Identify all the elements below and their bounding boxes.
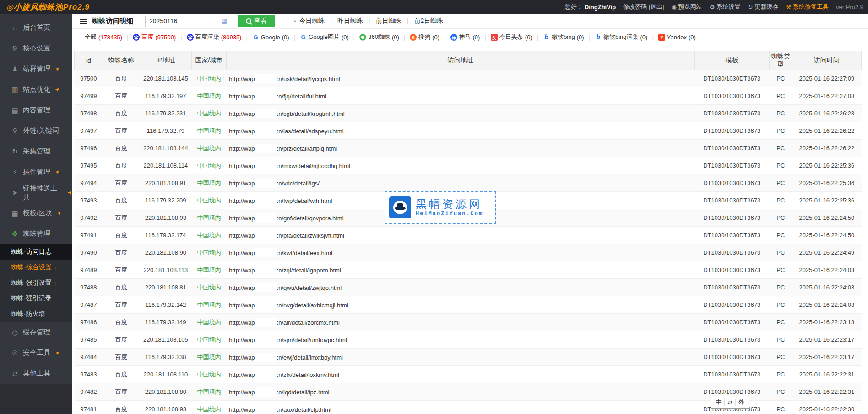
filter-shenma[interactable]: 神神马(0): [450, 33, 480, 41]
filter-all[interactable]: 全部(178435): [85, 33, 122, 41]
url-prefix: http://wap: [229, 93, 255, 100]
change-password-link[interactable]: 修改密码 [退出]: [623, 3, 664, 11]
selection-option-2[interactable]: 外: [736, 398, 747, 406]
sidebar-item-plugin[interactable]: ⚡插件管理➤: [0, 162, 72, 182]
cell-template: DT1030/1030DT3673: [694, 244, 769, 261]
url-tail: :n/gnf/detail/qovpdra.html: [277, 215, 344, 222]
sidebar-subitem-spider-general-settings[interactable]: 蜘蛛·综合设置↑: [0, 260, 72, 275]
cell-location: 中国境内: [192, 244, 227, 261]
sidebar-item-template-block[interactable]: ▦模板/区块➤: [0, 203, 72, 223]
cell-location: 中国境内: [192, 227, 227, 244]
svg-text:b: b: [596, 34, 600, 41]
view-button[interactable]: 查看: [238, 15, 275, 27]
filter-label: 百度渲染: [195, 33, 219, 41]
quick-link-3[interactable]: 前2日蜘蛛: [414, 17, 443, 24]
selection-option-1[interactable]: 中: [713, 398, 725, 406]
filter-google[interactable]: GGoogle(0): [252, 34, 289, 41]
filter-yandex[interactable]: YYandex(0): [658, 34, 696, 41]
url-prefix: http://wap: [229, 145, 255, 152]
sidebar-item-link-push[interactable]: ➤链接推送工具➤: [0, 182, 72, 203]
filter-google-image[interactable]: GGoogle图片(0): [300, 33, 349, 41]
url-tail: :n/usk/detail/fyccpk.html: [277, 76, 340, 82]
url-prefix: http://wap: [229, 389, 255, 396]
filter-sogou[interactable]: S搜狗(0): [410, 33, 439, 41]
cell-id: 97500: [75, 70, 103, 87]
cell-template: DT1030/1030DT3673: [694, 140, 769, 157]
sidebar-item-security[interactable]: ☉安全工具➤: [0, 343, 72, 363]
cell-location: 中国境内: [192, 105, 227, 122]
filter-baidu-render[interactable]: 百度渲染(80935): [187, 33, 242, 41]
sidebar-item-spider-manage[interactable]: ✤蜘蛛管理: [0, 223, 72, 244]
cell-spider-type: PC: [769, 70, 792, 87]
sogou-icon: S: [410, 34, 417, 41]
yandex-icon: Y: [658, 34, 665, 41]
filter-360-spider[interactable]: 360蜘蛛(0): [359, 33, 399, 41]
filter-toutiao[interactable]: 头今日头条(0): [491, 33, 532, 41]
column-header-6: 蜘蛛类型: [769, 51, 792, 70]
url-tail: :n/aux/detail/cfp.html: [277, 406, 331, 413]
quick-link-1[interactable]: 昨日蜘蛛: [337, 17, 363, 24]
sidebar-subitem-spider-force-records[interactable]: 蜘蛛·强引记录: [0, 291, 72, 306]
url-censor-blur: [255, 335, 277, 344]
sidebar-item-content[interactable]: ▤内容管理: [0, 100, 72, 120]
spider-filter-bar: 全部(178435)|百度(97500)|百度渲染(80935)|GGoogle…: [72, 29, 868, 45]
sidebar-item-label: 蜘蛛管理: [23, 229, 50, 238]
cell-visit-url: http://wap:n/aux/detail/cfp.html: [226, 401, 694, 414]
cell-visit-url: http://wap:n/prz/detail/arfplq.html: [226, 140, 694, 157]
cell-id: 97493: [75, 192, 103, 209]
sidebar-subitem-spider-access-log[interactable]: 蜘蛛·访问日志: [0, 244, 72, 260]
sidebar-item-outlink-keyword[interactable]: ⚲外链/关键词: [0, 120, 72, 141]
document-icon: ▤: [11, 106, 19, 114]
selection-swap-icon[interactable]: ⇄: [725, 399, 736, 406]
quick-link-0[interactable]: 今日蜘蛛: [299, 17, 325, 24]
sidebar-item-collect[interactable]: ↻采集管理: [0, 141, 72, 162]
filter-label: 微软bing: [552, 33, 575, 41]
url-prefix: http://wap: [229, 197, 255, 204]
cell-id: 97487: [75, 296, 103, 314]
sidebar-item-cache[interactable]: ◷缓存管理: [0, 322, 72, 343]
sidebar-subitem-spider-force-settings[interactable]: 蜘蛛·强引设置↑: [0, 275, 72, 291]
url-censor-blur: [255, 196, 277, 205]
filter-label: 360蜘蛛: [368, 33, 390, 41]
topbar: ◎小旋风蜘蛛池Pro2.9 您好： DingZhiVip 修改密码 [退出] ◉…: [0, 0, 868, 14]
cell-ip: 116.179.32.142: [140, 296, 191, 314]
system-settings-link[interactable]: ⚙ 系统设置: [710, 3, 741, 11]
google-icon: G: [300, 34, 307, 41]
cell-template: DT1030/1030DT3673: [694, 70, 769, 87]
url-prefix: http://wap: [229, 232, 255, 239]
cell-visit-url: http://wap:n/iqd/detail/ipz.html: [226, 383, 694, 401]
filter-count: (80935): [221, 34, 242, 41]
filter-bing-render[interactable]: b微软bing渲染(0): [595, 33, 647, 41]
url-prefix: http://wap: [229, 267, 255, 274]
sidebar-subitem-spider-firewall[interactable]: 蜘蛛·防火墙: [0, 306, 72, 322]
cell-visit-time: 2025-01-16 22:24:03: [792, 296, 861, 314]
url-prefix: http://wap: [229, 110, 255, 117]
sidebar-item-site-optimize[interactable]: ▥站点优化➤: [0, 79, 72, 100]
separator: |: [246, 34, 247, 41]
sidebar-item-core-settings[interactable]: ⚙核心设置: [0, 38, 72, 59]
cell-spider-name: 百度: [103, 331, 140, 349]
calendar-icon[interactable]: ▦: [222, 18, 227, 24]
logout-link[interactable]: [退出]: [649, 3, 664, 11]
sidebar-item-other-tools[interactable]: ⇄其他工具: [0, 363, 72, 384]
table-row: 97495百度220.181.108.114中国境内http://wap:n/m…: [75, 157, 862, 174]
repair-tool-link[interactable]: ⚒ 系统修复工具: [786, 3, 829, 11]
sidebar-item-site-group[interactable]: ♟站群管理➤: [0, 59, 72, 79]
cell-id: 97490: [75, 244, 103, 261]
url-tail: :n/vdc/detail/lgs/: [277, 180, 320, 187]
filter-baidu[interactable]: 百度(97500): [133, 33, 176, 41]
refresh-cache-link[interactable]: ↻ 更新缓存: [748, 3, 778, 11]
quick-link-2[interactable]: 前日蜘蛛: [376, 17, 401, 24]
date-input[interactable]: [145, 16, 229, 27]
filter-bing[interactable]: b微软bing(0): [543, 33, 584, 41]
cell-spider-type: PC: [769, 192, 792, 209]
sidebar-item-label: 缓存管理: [23, 328, 50, 337]
preview-site-link[interactable]: ◉ 预览网站: [671, 3, 702, 11]
column-header-7: 访问时间: [792, 51, 861, 70]
cell-id: 97482: [75, 383, 103, 401]
cell-spider-type: PC: [769, 366, 792, 383]
cell-ip: 220.181.108.144: [140, 140, 191, 157]
url-tail: :n/prz/detail/arfplq.html: [277, 145, 337, 152]
cell-template: DT1030/1030DT3673: [694, 314, 769, 331]
sidebar-item-home[interactable]: ⌂后台首页: [0, 17, 72, 38]
